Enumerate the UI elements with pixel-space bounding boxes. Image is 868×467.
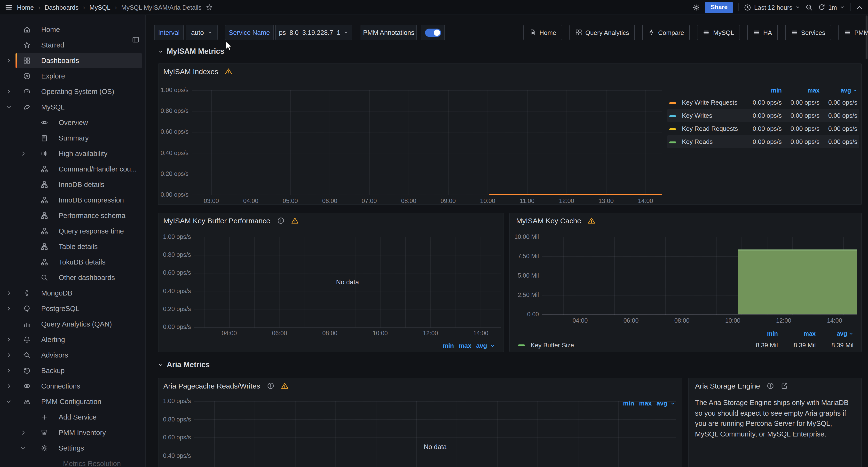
sidebar-item-innodb-details[interactable]: InnoDB details <box>0 177 145 192</box>
link-button-compare[interactable]: Compare <box>642 25 690 40</box>
link-button-pmm[interactable]: PMM <box>838 25 868 40</box>
sidebar-item-explore[interactable]: Explore <box>0 68 145 84</box>
link-button-mysql[interactable]: MySQL <box>697 25 740 40</box>
page-scrollbar-thumb[interactable] <box>866 15 868 59</box>
sidebar-item-innodb-compression[interactable]: InnoDB compression <box>0 192 145 208</box>
external-link-icon[interactable] <box>781 382 788 390</box>
sidebar-item-table-details[interactable]: Table details <box>0 239 145 254</box>
chart-plot-area[interactable]: No data <box>194 237 501 328</box>
chevron-down-icon[interactable] <box>6 399 12 404</box>
sidebar-item-advisors[interactable]: Advisors <box>0 347 145 363</box>
link-button-home[interactable]: Home <box>523 25 562 40</box>
sidebar-item-pmm-configuration[interactable]: PMM Configuration <box>0 394 145 409</box>
panel-title-row[interactable]: MyISAM Key Buffer Performance <box>163 216 298 225</box>
sidebar-item-dashboards[interactable]: Dashboards <box>0 53 145 68</box>
sidebar-item-query-response-time[interactable]: Query response time <box>0 223 145 239</box>
favorite-star-icon[interactable] <box>206 4 213 11</box>
service-name-variable-label: Service Name <box>225 25 274 40</box>
sidebar-item-starred[interactable]: Starred <box>0 37 145 53</box>
legend-series-key-reads[interactable]: Key Reads <box>682 138 744 145</box>
link-button-services[interactable]: Services <box>785 25 831 40</box>
chevron-right-icon[interactable] <box>6 306 12 311</box>
collapse-header-icon[interactable] <box>856 4 863 11</box>
sidebar-item-settings[interactable]: Settings <box>0 440 145 456</box>
toggle-switch[interactable] <box>425 28 441 37</box>
legend-series-key-buffer-size[interactable]: Key Buffer Size <box>531 341 740 348</box>
info-icon[interactable] <box>277 217 284 224</box>
sidebar-item-home[interactable]: Home <box>0 22 145 37</box>
legend-header-min[interactable]: min <box>740 330 778 337</box>
legend-header-max[interactable]: max <box>782 87 819 94</box>
legend-link-min[interactable]: min <box>443 342 454 349</box>
link-button-query-analytics[interactable]: Query Analytics <box>569 25 635 40</box>
breadcrumb-mysql[interactable]: MySQL <box>89 4 111 11</box>
menu-toggle-icon[interactable] <box>5 3 12 11</box>
chart-plot-area[interactable] <box>542 237 857 315</box>
sidebar-item-connections[interactable]: Connections <box>0 378 145 394</box>
legend-header-avg[interactable]: avg <box>816 330 854 337</box>
dashboard-settings-icon[interactable] <box>693 4 700 11</box>
sidebar-item-alerting[interactable]: Alerting <box>0 332 145 347</box>
sidebar-item-high-availability[interactable]: High availability <box>0 146 145 161</box>
sidebar-item-mongodb[interactable]: MongoDB <box>0 285 145 301</box>
warning-icon[interactable] <box>291 217 298 224</box>
panel-title-row[interactable]: MyISAM Indexes <box>163 67 232 75</box>
interval-variable-select[interactable]: auto <box>186 25 218 40</box>
chevron-right-icon[interactable] <box>20 151 26 157</box>
chevron-right-icon[interactable] <box>6 352 12 358</box>
chevron-right-icon[interactable] <box>6 89 12 95</box>
sidebar-item-command-handler-cou[interactable]: Command/Handler cou... <box>0 161 145 177</box>
sidebar-item-tokudb-details[interactable]: TokuDB details <box>0 254 145 270</box>
sidebar-item-summary[interactable]: Summary <box>0 130 145 146</box>
sidebar-item-query-analytics-qan[interactable]: Query Analytics (QAN) <box>0 316 145 332</box>
warning-icon[interactable] <box>588 217 595 224</box>
section-aria-metrics[interactable]: Aria Metrics <box>158 360 210 369</box>
sidebar-item-metrics-resolution[interactable]: Metrics Resolution <box>0 456 145 467</box>
chevron-right-icon[interactable] <box>6 58 12 63</box>
chevron-right-icon[interactable] <box>6 290 12 296</box>
panel-title-row[interactable]: MyISAM Key Cache <box>516 216 595 225</box>
time-range-picker[interactable]: Last 12 hours <box>744 4 800 11</box>
sidebar-item-operating-system-os[interactable]: Operating System (OS) <box>0 84 145 99</box>
sidebar-item-pmm-inventory[interactable]: PMM Inventory <box>0 425 145 440</box>
sidebar-item-overview[interactable]: Overview <box>0 115 145 130</box>
chevron-right-icon[interactable] <box>20 430 26 435</box>
legend-series-key-writes[interactable]: Key Writes <box>682 112 744 119</box>
pmm-annotations-toggle[interactable] <box>421 25 445 40</box>
panel-title-row[interactable]: Aria Pagecache Reads/Writes <box>163 382 288 390</box>
legend-link-max[interactable]: max <box>459 342 471 349</box>
chevron-down-icon[interactable] <box>20 445 26 451</box>
sidebar-item-backup[interactable]: Backup <box>0 363 145 378</box>
breadcrumb-dashboards[interactable]: Dashboards <box>44 4 79 11</box>
share-button[interactable]: Share <box>705 2 733 13</box>
section-myisam-metrics[interactable]: MyISAM Metrics <box>158 47 224 56</box>
link-button-ha[interactable]: HA <box>747 25 778 40</box>
chart-plot-area[interactable] <box>192 90 662 195</box>
breadcrumb-home[interactable]: Home <box>17 4 34 11</box>
chart-plot-area[interactable]: No data <box>194 401 676 467</box>
legend-header-max[interactable]: max <box>778 330 816 337</box>
warning-icon[interactable] <box>281 382 288 390</box>
chevron-right-icon[interactable] <box>6 368 12 373</box>
zoom-out-icon[interactable] <box>805 4 813 11</box>
info-icon[interactable] <box>267 382 274 390</box>
sidebar-item-postgresql[interactable]: PostgreSQL <box>0 301 145 316</box>
legend-header-avg[interactable]: avg <box>819 87 857 94</box>
chevron-right-icon[interactable] <box>6 383 12 389</box>
service-name-variable-select[interactable]: ps_8.0_3.19.228.7_1 <box>275 25 352 40</box>
sidebar-item-performance-schema[interactable]: Performance schema <box>0 208 145 223</box>
legend-series-key-write-requests[interactable]: Key Write Requests <box>682 99 744 106</box>
legend-header-min[interactable]: min <box>744 87 782 94</box>
info-icon[interactable] <box>767 382 774 390</box>
chevron-right-icon[interactable] <box>6 337 12 342</box>
warning-icon[interactable] <box>225 68 232 75</box>
sidebar-item-other-dashboards[interactable]: Other dashboards <box>0 270 145 285</box>
sidebar-item-mysql[interactable]: MySQL <box>0 99 145 115</box>
chevron-down-icon[interactable] <box>6 104 12 110</box>
refresh-picker[interactable]: 1m <box>818 4 845 11</box>
legend-series-key-read-requests[interactable]: Key Read Requests <box>682 125 744 132</box>
dock-menu-icon[interactable] <box>132 36 140 43</box>
sidebar-item-add-service[interactable]: Add Service <box>0 409 145 425</box>
panel-title-row[interactable]: Aria Storage Engine <box>695 382 788 390</box>
legend-link-avg[interactable]: avg <box>476 342 487 349</box>
